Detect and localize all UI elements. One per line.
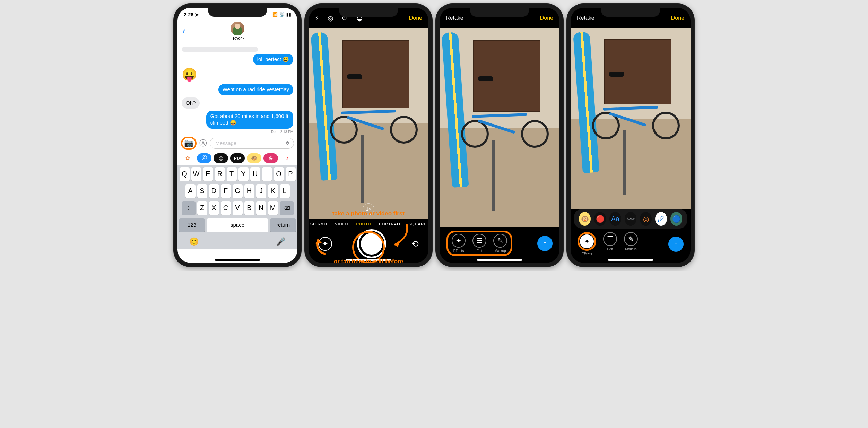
edit-tool[interactable]: ☰ Edit [603,232,617,256]
key-y[interactable]: Y [238,167,249,181]
key-j[interactable]: J [256,184,266,198]
send-button[interactable]: ↑ [668,237,684,252]
digital-touch-app-icon[interactable]: ⊕ [269,155,273,161]
app-strip[interactable]: ✿ Ⓐ ◎ Pay 🐵 ⊕ ♪ [177,151,297,165]
key-s[interactable]: S [197,184,207,198]
activity-app-icon[interactable]: ◎ [219,155,223,161]
message-outgoing: lol, perfect 😂 [253,54,293,65]
music-app-icon[interactable]: ♪ [286,155,289,161]
key-o[interactable]: O [274,167,284,181]
retake-button[interactable]: Retake [577,15,594,21]
key-l[interactable]: L [280,184,290,198]
mode-photo[interactable]: PHOTO [356,222,371,226]
key-n[interactable]: N [256,201,266,215]
effects-button[interactable]: ✦ [318,237,332,251]
camera-highlight: 📷 [181,137,197,150]
tools-highlight: ✦ Effects ☰ Edit ✎ Markup [446,231,512,256]
back-button[interactable]: ‹ [182,26,185,36]
avatar [231,22,244,35]
key-q[interactable]: Q [180,167,190,181]
key-z[interactable]: Z [197,201,207,215]
message-incoming: Oh? [182,97,200,109]
store-app-icon[interactable]: Ⓐ [202,155,207,161]
fx-stickers[interactable]: 🖊 [655,212,667,226]
animoji-app-icon[interactable]: 🐵 [251,155,258,161]
key-v[interactable]: V [233,201,243,215]
effects-tool[interactable]: ✦ Effects [452,234,466,253]
done-button[interactable]: Done [540,15,553,21]
apple-pay-app-icon[interactable]: Pay [234,156,241,160]
key-m[interactable]: M [268,201,278,215]
key-a[interactable]: A [185,184,196,198]
delete-key[interactable]: ⌫ [280,201,294,215]
contact-name: Trevor › [231,36,244,40]
key-w[interactable]: W [191,167,201,181]
camera-modes[interactable]: SLO-MO VIDEO PHOTO PORTRAIT SQUARE [309,219,428,229]
switch-camera-icon[interactable]: ⟲ [411,239,419,249]
mode-portrait[interactable]: PORTRAIT [379,222,401,226]
mode-slomo[interactable]: SLO-MO [310,222,327,226]
fx-shapes[interactable]: 〰️ [625,212,636,226]
key-c[interactable]: C [221,201,231,215]
fx-text[interactable]: Aa [609,212,621,226]
key-r[interactable]: R [215,167,225,181]
mode-square[interactable]: SQUARE [409,222,427,226]
space-key[interactable]: space [207,218,268,232]
zoom-level[interactable]: 1× [363,203,374,215]
photos-app-icon[interactable]: ✿ [185,155,190,161]
markup-icon: ✎ [493,234,507,248]
send-button[interactable]: ↑ [537,236,553,251]
effects-icon: ✦ [580,234,594,248]
key-b[interactable]: B [244,201,254,215]
status-icons: 📶📡▮▮ [272,12,291,17]
markup-tool[interactable]: ✎ Markup [493,234,507,253]
key-d[interactable]: D [209,184,219,198]
flash-icon[interactable]: ⚡︎ [315,14,319,22]
contact-header[interactable]: Trevor › [231,22,244,40]
edit-tool[interactable]: ☰ Edit [472,234,486,253]
status-time: 2:26 [184,12,193,17]
key-e[interactable]: E [203,167,213,181]
retake-button[interactable]: Retake [446,15,463,21]
done-button[interactable]: Done [409,15,422,21]
keyboard[interactable]: QW ER TY UI OP AS DF GH JK L ⇧ ZX CV BN … [177,165,297,249]
key-p[interactable]: P [286,167,296,181]
home-indicator[interactable] [477,259,522,261]
markup-tool[interactable]: ✎ Markup [624,232,638,256]
home-indicator[interactable] [215,259,260,261]
markup-icon: ✎ [624,232,638,246]
key-u[interactable]: U [250,167,260,181]
message-input[interactable]: iMessage 🎙 [210,138,294,149]
fx-filters[interactable]: 🔴 [594,212,606,226]
app-store-icon[interactable]: Ⓐ [199,138,207,148]
fx-activity[interactable]: ◎ [640,212,652,226]
effects-strip: 🐵 🔴 Aa 〰️ ◎ 🖊 🔵 [574,209,687,229]
home-indicator[interactable] [608,259,653,261]
messages-header: ‹ Trevor › [177,22,297,43]
mic-icon[interactable]: 🎙 [285,140,290,146]
numeric-key[interactable]: 123 [179,218,205,232]
return-key[interactable]: return [270,218,296,232]
key-i[interactable]: I [262,167,272,181]
tool-row: ✦ Effects ☰ Edit ✎ Markup ↑ [440,227,559,263]
live-photo-icon[interactable]: ◎ [328,14,333,22]
emoji-keyboard-icon[interactable]: 😊 [189,237,199,246]
key-x[interactable]: X [209,201,219,215]
fx-animoji[interactable]: 🐵 [579,212,591,226]
camera-icon[interactable]: 📷 [184,139,193,147]
key-k[interactable]: K [268,184,278,198]
key-f[interactable]: F [221,184,231,198]
effects-tool[interactable]: ✦ Effects [578,232,596,256]
dictation-icon[interactable]: 🎤 [276,237,286,246]
shift-key[interactable]: ⇧ [182,201,196,215]
key-h[interactable]: H [244,184,254,198]
mode-video[interactable]: VIDEO [335,222,348,226]
message-outgoing: Went on a rad ride yesterday [218,84,293,95]
home-indicator[interactable] [346,259,391,261]
key-g[interactable]: G [233,184,243,198]
key-t[interactable]: T [227,167,237,181]
conversation: lol, perfect 😂 😛 Went on a rad ride yest… [177,43,297,135]
fx-more[interactable]: 🔵 [670,212,682,226]
effects-highlight: ✦ [578,232,596,251]
done-button[interactable]: Done [671,15,684,21]
